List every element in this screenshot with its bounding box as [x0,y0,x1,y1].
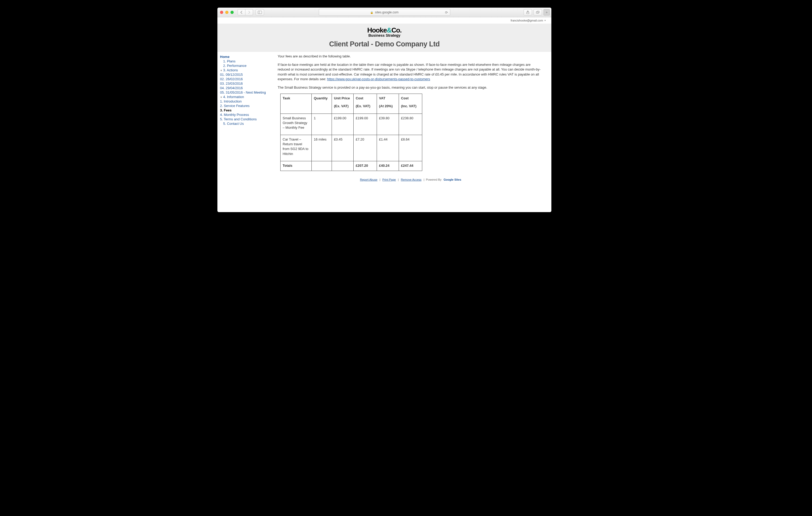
new-tab-button[interactable]: + [544,9,550,16]
account-email: francishooke@gmail.com [511,19,543,22]
sidebar-nav: Home 1. Plans 2. Performance ▼3. Actions… [220,54,278,182]
cell-qty: 1 [312,113,332,135]
cell-task: Small Business Growth Strategy – Monthly… [281,113,312,135]
th-vat: VAT(At 20%) [377,94,399,113]
nav-action-2[interactable]: 02. 26/02/2016 [220,77,243,81]
site-footer: Report Abuse | Print Page | Remove Acces… [278,178,544,182]
th-cost-inc: Cost(Inc. VAT) [399,94,422,113]
powered-by-label: Powered By [426,178,441,181]
table-row: Small Business Growth Strategy – Monthly… [281,113,422,135]
cell-task: Car Travel – Return travel from SG2 9DA … [281,135,312,161]
cell-vat: £1.44 [377,135,399,161]
cell-unit-price: £199.00 [332,113,354,135]
report-abuse-link[interactable]: Report Abuse [360,178,377,181]
close-window-button[interactable] [220,11,223,14]
payg-paragraph: The Small Business Strategy service is p… [278,85,544,90]
nav-intro[interactable]: 1. Introduction [220,99,241,103]
svg-rect-3 [536,11,539,13]
mileage-paragraph: If face-to-face meetings are held at the… [278,62,544,82]
cell-unit-price: £0.45 [332,135,354,161]
nav-features[interactable]: 2. Service Features [220,104,250,108]
intro-paragraph: Your fees are as described in the follow… [278,54,544,59]
nav-fees[interactable]: 3. Fees [220,108,232,112]
page-title: Client Portal - Demo Company Ltd [329,40,439,48]
table-row: Car Travel – Return travel from SG2 9DA … [281,135,422,161]
cell-cost-inc: £8.64 [399,135,422,161]
nav-action-4[interactable]: 04. 29/04/2016 [220,86,243,90]
chevron-down-icon[interactable]: ▼ [220,96,223,99]
page-viewport: francishooke@gmail.com ▼ Hooke&Co. Busin… [218,17,551,212]
th-unit-price: Unit Price(Ex. VAT) [332,94,354,113]
main-content: Your fees are as described in the follow… [278,54,549,182]
nav-home[interactable]: Home [220,55,229,59]
th-quantity: Quantity [312,94,332,113]
chevron-down-icon[interactable]: ▼ [220,69,223,72]
cell-qty: 16 miles [312,135,332,161]
chevron-down-icon: ▼ [544,19,546,22]
nav-terms[interactable]: 5. Terms and Conditions [220,117,257,121]
fees-table: Task Quantity Unit Price(Ex. VAT) Cost(E… [280,93,422,171]
address-text: sites.google.com [375,10,398,14]
maximize-window-button[interactable] [231,11,234,14]
th-cost-ex: Cost(Ex. VAT) [354,94,377,113]
cell-total-inc: £247.44 [399,161,422,171]
logo-text2: Co. [392,26,402,34]
window-controls [220,11,234,14]
remove-access-link[interactable]: Remove Access [401,178,422,181]
nav-performance[interactable]: 2. Performance [223,64,246,67]
minimize-window-button[interactable] [225,11,228,14]
cell-total-ex: £207.20 [354,161,377,171]
logo-text: Hooke [367,26,387,34]
th-task: Task [281,94,312,113]
forward-button[interactable] [245,9,253,16]
cell-totals-label: Totals [281,161,312,171]
nav-plans[interactable]: 1. Plans [223,59,235,63]
address-bar[interactable]: 🔒 sites.google.com ⟳ [319,9,450,16]
logo-amp: & [387,26,392,34]
back-button[interactable] [238,9,245,16]
nav-action-3[interactable]: 03. 23/03/2016 [220,82,243,85]
cell-cost-ex: £7.20 [354,135,377,161]
browser-toolbar: 🔒 sites.google.com ⟳ + [218,8,551,17]
sidebar-toggle-button[interactable] [256,9,264,16]
account-menu[interactable]: francishooke@gmail.com ▼ [218,17,551,24]
table-header-row: Task Quantity Unit Price(Ex. VAT) Cost(E… [281,94,422,113]
nav-information[interactable]: 4. Information [223,95,244,99]
svg-rect-4 [537,11,539,13]
nav-contact[interactable]: 5. Contact Us [223,121,244,126]
logo: Hooke&Co. [367,27,402,33]
reload-button[interactable]: ⟳ [445,10,448,15]
cell-total-vat: £40.24 [377,161,399,171]
nav-monthly[interactable]: 4. Monthly Process [220,113,249,117]
logo-subtitle: Business Strategy [368,33,400,37]
print-page-link[interactable]: Print Page [382,178,396,181]
lock-icon: 🔒 [370,11,373,14]
hmrc-link[interactable]: https://www.gov.uk/vat-costs-or-disburse… [327,77,430,81]
svg-rect-0 [258,11,262,14]
nav-action-1[interactable]: 01. 09/12/2015 [220,73,243,77]
site-header: Hooke&Co. Business Strategy Client Porta… [218,24,551,52]
share-button[interactable] [524,9,532,16]
safari-window: 🔒 sites.google.com ⟳ + francishooke@gmai… [218,8,551,212]
table-totals-row: Totals £207.20 £40.24 £247.44 [281,161,422,171]
cell-cost-ex: £199.00 [354,113,377,135]
google-sites-link[interactable]: Google Sites [444,178,461,181]
cell-cost-inc: £238.80 [399,113,422,135]
nav-actions[interactable]: 3. Actions [223,68,238,72]
cell-vat: £39.80 [377,113,399,135]
tabs-button[interactable] [533,9,542,16]
nav-action-5[interactable]: 05. 31/05/2016 - Next Meeting [220,90,266,94]
